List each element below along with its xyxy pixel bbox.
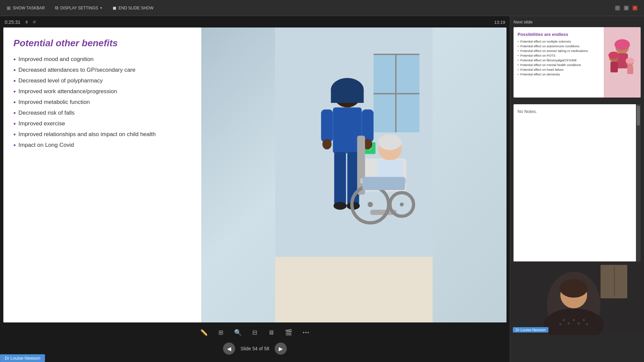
bullet-dot: • — [518, 49, 519, 53]
next-slide-bullet-text: Potential effect on mental health condit… — [520, 63, 581, 67]
display-settings-button[interactable]: ⧉ DISPLAY SETTINGS ▾ — [55, 5, 102, 11]
svg-point-15 — [322, 139, 331, 149]
pause-button[interactable]: ⏸ — [24, 20, 29, 24]
svg-point-54 — [583, 319, 585, 321]
bullet-text: Improved mood and cognition — [18, 56, 94, 63]
bullet-text: Improved relationships and also impact o… — [18, 131, 156, 138]
screen-tool-button[interactable]: 🖥 — [266, 327, 276, 338]
more-tool-button[interactable]: ••• — [301, 328, 312, 337]
pointer-tool-button[interactable]: ⊟ — [250, 327, 259, 338]
bullet-item: •Improved relationships and also impact … — [13, 131, 191, 139]
next-slide-bullet-text: Potential effect on autoimmune condition… — [520, 44, 579, 48]
end-slideshow-button[interactable]: ⏹ END SLIDE SHOW — [112, 5, 154, 11]
bullet-dot: • — [13, 87, 16, 96]
svg-point-56 — [586, 323, 588, 325]
minimize-button[interactable]: − — [615, 6, 620, 10]
bullet-dot: • — [518, 68, 519, 71]
next-slide-bullet-text: Potential effect on dementia — [520, 72, 560, 76]
svg-point-55 — [559, 323, 561, 325]
next-slide-bullet-item: •Potential effect on autoimmune conditio… — [518, 44, 600, 48]
bullet-item: •Improved exercise — [13, 120, 191, 128]
next-slide-label: Next slide — [514, 19, 641, 24]
svg-rect-1 — [275, 257, 432, 322]
restore-button[interactable]: ⧉ — [624, 6, 629, 10]
bullet-dot: • — [13, 109, 16, 117]
bottom-name-badge: Dr Louise Newson — [0, 354, 45, 362]
bullet-text: Improved work attendance/progression — [18, 88, 117, 95]
presentation-area: 0:25:31 ⏸ ↺ 13:19 Potential other benefi… — [0, 16, 510, 362]
slide-text-panel: Potential other benefits •Improved mood … — [3, 27, 201, 322]
bullet-dot: • — [13, 98, 16, 107]
bullet-dot: • — [518, 63, 519, 67]
refresh-button[interactable]: ↺ — [33, 20, 36, 24]
next-slide-bullet-text: Potential effect on women taking AI medi… — [520, 49, 588, 53]
svg-point-52 — [573, 319, 575, 321]
svg-point-53 — [578, 322, 580, 324]
search-tool-button[interactable]: 🔍 — [232, 327, 244, 338]
speaker-video-panel: Dr Louise Newson — [510, 261, 644, 335]
svg-point-38 — [608, 52, 619, 59]
bullet-item: •Decreased level of polypharmacy — [13, 77, 191, 85]
speaker-name-badge: Dr Louise Newson — [513, 327, 548, 333]
speaker-background — [510, 261, 644, 335]
bullet-item: •Improved metabolic function — [13, 99, 191, 107]
slide-image-panel: + — [201, 27, 506, 322]
bullet-dot: • — [518, 44, 519, 48]
bullet-dot: • — [13, 141, 16, 149]
taskbar-icon: ⊞ — [7, 5, 11, 11]
close-button[interactable]: ✕ — [633, 6, 637, 10]
svg-rect-32 — [362, 177, 405, 190]
svg-point-19 — [333, 202, 346, 209]
main-area: 0:25:31 ⏸ ↺ 13:19 Potential other benefi… — [0, 16, 644, 362]
chevron-down-icon: ▾ — [100, 6, 102, 10]
slide-title: Potential other benefits — [13, 38, 191, 49]
next-slide-image — [604, 27, 641, 98]
video-tool-button[interactable]: 🎬 — [283, 327, 294, 338]
grid-tool-button[interactable]: ⊞ — [216, 327, 225, 338]
next-slide-bullet-text: Potential effect on fibromyalgia/CFS/ME — [520, 58, 577, 62]
prev-slide-button[interactable]: ◀ — [223, 343, 235, 355]
next-slide-bullet-item: •Potential effect on women taking AI med… — [518, 49, 600, 53]
svg-rect-5 — [395, 54, 396, 132]
right-panel: Next slide Possibilities are endless •Po… — [510, 16, 644, 362]
next-slide-bullet-item: •Potential effect on heart failure — [518, 68, 600, 71]
bullet-item: •Improved work attendance/progression — [13, 88, 191, 96]
bullet-item: •Impact on Long Covid — [13, 141, 191, 149]
notes-section: No Notes. A A — [510, 101, 644, 288]
bullet-dot: • — [518, 58, 519, 62]
bullet-list: •Improved mood and cognition•Decreased a… — [13, 56, 191, 149]
svg-rect-42 — [627, 66, 633, 74]
bullet-dot: • — [13, 119, 16, 128]
slide-time-display: 13:19 — [494, 20, 505, 25]
bullet-dot: • — [13, 66, 16, 74]
bullet-text: Decreased attendances to GP/secondary ca… — [18, 66, 136, 74]
notes-text: No Notes. — [518, 109, 537, 114]
scrollbar-thumb — [637, 106, 640, 126]
bullet-text: Impact on Long Covid — [18, 141, 74, 149]
timer-display: 0:25:31 — [5, 19, 20, 25]
show-taskbar-button[interactable]: ⊞ SHOW TASKBAR — [7, 5, 45, 11]
svg-point-28 — [400, 202, 404, 206]
svg-rect-39 — [610, 62, 618, 72]
slide-image: + — [201, 27, 506, 322]
next-slide-bullet-item: •Potential effect on mental health condi… — [518, 63, 600, 67]
svg-rect-44 — [600, 265, 627, 298]
next-slide-bullet-text: Potential effect on POTS — [520, 54, 555, 57]
svg-point-41 — [626, 58, 634, 64]
notes-scrollbar[interactable] — [636, 104, 641, 276]
bullet-item: •Decreased attendances to GP/secondary c… — [13, 66, 191, 74]
next-slide-bullet-item: •Potential effect on dementia — [518, 72, 600, 76]
bullet-text: Decreased risk of falls — [18, 109, 74, 117]
next-slide-bullet-item: •Potential effect on POTS — [518, 54, 600, 57]
pen-tool-button[interactable]: ✏️ — [198, 327, 210, 338]
bullet-text: Improved exercise — [18, 120, 65, 127]
bullet-item: •Decreased risk of falls — [13, 109, 191, 117]
svg-rect-6 — [374, 93, 420, 95]
next-slide-bullet-text: Potential effect on multiple sclerosis — [520, 40, 571, 43]
top-toolbar: ⊞ SHOW TASKBAR ⧉ DISPLAY SETTINGS ▾ ⏹ EN… — [0, 0, 644, 16]
next-slide-text-panel: Possibilities are endless •Potential eff… — [514, 27, 604, 98]
svg-point-30 — [378, 134, 401, 150]
next-slide-button[interactable]: ▶ — [275, 343, 287, 355]
slide-container: Potential other benefits •Improved mood … — [3, 27, 506, 322]
svg-point-51 — [568, 322, 570, 324]
